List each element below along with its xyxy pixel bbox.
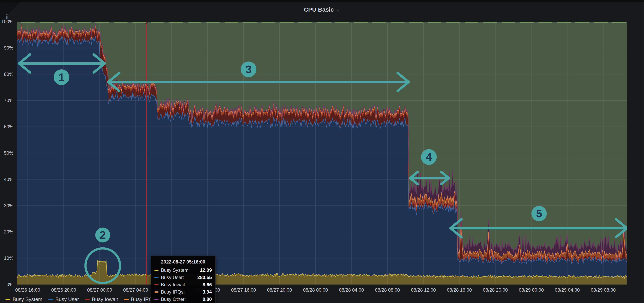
y-tick-label: 0% xyxy=(0,282,13,287)
y-tick-label: 30% xyxy=(0,203,13,208)
tooltip-timestamp: 2022-08-27 05:16:00 xyxy=(154,259,212,265)
tooltip-series-dash-icon xyxy=(154,284,158,285)
legend-series-label: Busy User xyxy=(56,296,79,302)
tooltip-series-label: Busy System: xyxy=(161,268,196,273)
tooltip-series-dash-icon xyxy=(154,292,158,292)
tooltip-series-dash-icon xyxy=(154,277,158,278)
y-tick-label: 80% xyxy=(0,72,13,77)
annotation-badge-2: 2 xyxy=(95,228,110,242)
panel-title-menu[interactable]: CPU Basic⌄ xyxy=(304,6,340,13)
x-tick-label: 08/27 00:00 xyxy=(87,287,112,293)
y-tick-label: 10% xyxy=(0,256,13,261)
tooltip-row: Busy Iowait:8.66 xyxy=(154,282,212,288)
tooltip-series-value: 12.09 xyxy=(200,268,212,273)
y-tick-label: 100% xyxy=(0,19,13,24)
tooltip-row: Busy System:12.09 xyxy=(154,268,212,273)
svg-text:5: 5 xyxy=(536,207,542,220)
x-tick-label: 08/26 16:00 xyxy=(15,287,40,293)
annotation-badge-1: 1 xyxy=(54,69,69,85)
tooltip-series-label: Busy Iowait: xyxy=(161,282,199,288)
panel-header: CPU Basic⌄ xyxy=(0,2,644,20)
legend-item[interactable]: Busy Iowait xyxy=(85,296,118,302)
x-tick-label: 08/29 08:00 xyxy=(591,287,616,293)
panel-title-text: CPU Basic xyxy=(304,6,334,13)
legend-series-label: Busy Iowait xyxy=(92,296,118,302)
hover-tooltip: 2022-08-27 05:16:00 Busy System:12.09Bus… xyxy=(151,256,216,303)
svg-text:1: 1 xyxy=(58,71,64,83)
x-tick-label: 08/26 20:00 xyxy=(51,287,76,293)
grafana-cpu-panel: { "panel": { "title": "CPU Basic", "chev… xyxy=(0,0,644,303)
tooltip-series-label: Busy User: xyxy=(161,275,194,280)
plot-canvas[interactable]: 12345 xyxy=(17,22,627,284)
y-tick-label: 40% xyxy=(0,177,13,182)
x-tick-label: 08/27 20:00 xyxy=(267,287,292,293)
legend-series-dash-icon xyxy=(6,299,10,300)
legend-series-dash-icon xyxy=(48,299,53,300)
svg-text:2: 2 xyxy=(100,229,106,241)
x-tick-label: 08/28 04:00 xyxy=(339,287,364,293)
legend-item[interactable]: Busy User xyxy=(48,296,79,302)
legend-series-dash-icon xyxy=(85,299,90,300)
y-tick-label: 20% xyxy=(0,229,13,234)
y-tick-label: 50% xyxy=(0,150,13,156)
x-tick-label: 08/28 16:00 xyxy=(447,287,472,293)
tooltip-series-label: Busy IRQs: xyxy=(161,289,199,295)
annotation-badge-4: 4 xyxy=(421,149,437,165)
legend-series-dash-icon xyxy=(124,299,129,300)
annotation-badge-3: 3 xyxy=(241,62,256,77)
window-top-strip xyxy=(0,0,644,2)
x-tick-label: 08/29 00:00 xyxy=(519,287,544,293)
y-tick-label: 70% xyxy=(0,98,13,103)
tooltip-series-value: 0.80 xyxy=(202,296,212,302)
svg-text:4: 4 xyxy=(426,151,432,163)
tooltip-series-dash-icon xyxy=(154,270,158,271)
x-tick-label: 08/28 00:00 xyxy=(303,287,328,293)
chevron-down-icon: ⌄ xyxy=(336,7,340,12)
right-edge-divider xyxy=(643,2,644,303)
x-tick-label: 08/27 04:00 xyxy=(123,287,148,293)
tooltip-row: Busy IRQs:3.94 xyxy=(154,289,212,295)
y-tick-label: 60% xyxy=(0,124,13,130)
annotation-badge-5: 5 xyxy=(532,206,547,221)
tooltip-series-value: 8.66 xyxy=(202,282,212,288)
tooltip-row: Busy User:283.55 xyxy=(154,275,212,280)
x-tick-label: 08/27 16:00 xyxy=(231,287,256,293)
tooltip-series-label: Busy Other: xyxy=(161,296,199,302)
x-tick-label: 08/29 04:00 xyxy=(555,287,580,293)
y-tick-label: 90% xyxy=(0,45,13,51)
legend-series-label: Busy System xyxy=(12,296,42,302)
x-tick-label: 08/28 20:00 xyxy=(483,287,508,293)
legend: Busy SystemBusy UserBusy IowaitBusy IRQs xyxy=(6,296,156,302)
legend-item[interactable]: Busy System xyxy=(6,296,42,302)
x-tick-label: 08/28 12:00 xyxy=(411,287,436,293)
x-tick-label: 08/28 08:00 xyxy=(375,287,400,293)
svg-text:3: 3 xyxy=(246,63,252,76)
tooltip-series-dash-icon xyxy=(154,299,158,300)
tooltip-row: Busy Other:0.80 xyxy=(154,296,212,302)
tooltip-series-value: 283.55 xyxy=(198,275,212,280)
tooltip-series-value: 3.94 xyxy=(202,289,212,295)
